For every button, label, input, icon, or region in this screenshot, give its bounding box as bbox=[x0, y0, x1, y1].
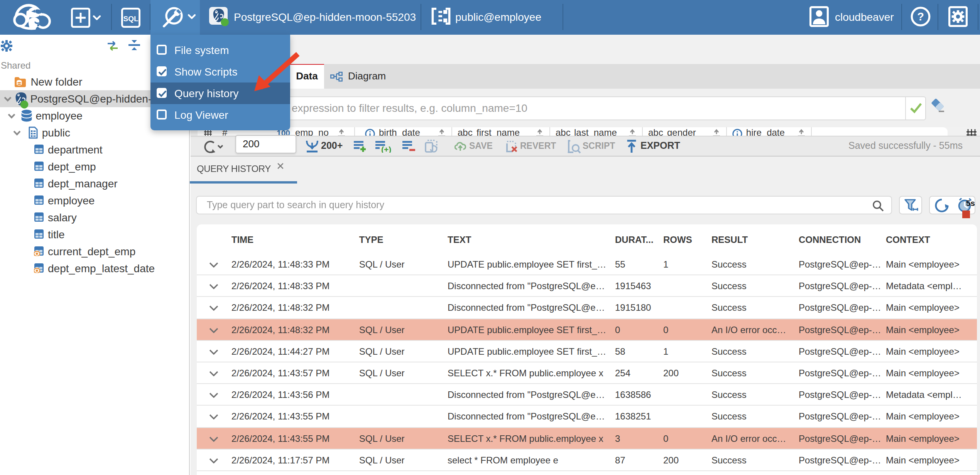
svg-text:(+): (+) bbox=[381, 145, 391, 153]
svg-text:SQL: SQL bbox=[123, 14, 138, 22]
svg-text:?: ? bbox=[917, 10, 924, 23]
